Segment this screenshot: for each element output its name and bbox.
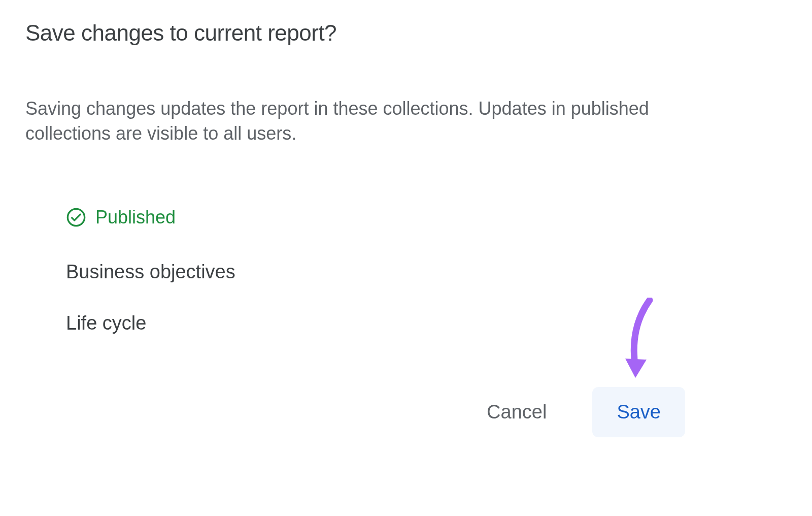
- collection-list: Published Business objectives Life cycle: [25, 207, 787, 334]
- dialog-actions: Cancel Save: [471, 387, 685, 437]
- save-report-dialog: Save changes to current report? Saving c…: [0, 0, 812, 516]
- check-circle-icon: [66, 207, 86, 228]
- published-status-row: Published: [66, 207, 787, 228]
- dialog-description: Saving changes updates the report in the…: [25, 96, 736, 146]
- published-status-label: Published: [95, 207, 176, 228]
- collection-item: Life cycle: [66, 312, 787, 334]
- dialog-title: Save changes to current report?: [25, 20, 787, 46]
- annotation-arrow-icon: [619, 298, 660, 389]
- svg-point-0: [67, 209, 84, 226]
- save-button[interactable]: Save: [592, 387, 685, 437]
- collection-item: Business objectives: [66, 261, 787, 283]
- cancel-button[interactable]: Cancel: [471, 392, 562, 432]
